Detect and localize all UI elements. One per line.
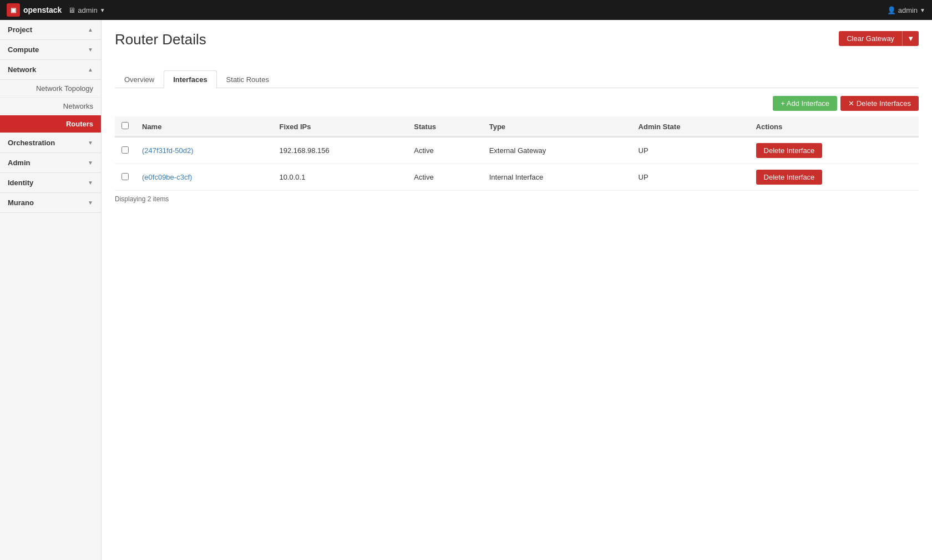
openstack-logo: ▣ openstack (7, 3, 62, 17)
user-chevron: ▼ (920, 7, 925, 13)
sidebar-section-network[interactable]: Network ▲ (0, 60, 101, 80)
row-actions: Delete Interface (749, 137, 919, 164)
topbar: ▣ openstack 🖥 admin ▼ 👤 admin ▼ (0, 0, 932, 20)
table-row: (247f31fd-50d2) 192.168.98.156 Active Ex… (115, 137, 919, 164)
networks-label: Networks (63, 102, 93, 110)
content-area: Router Details Clear Gateway ▼ Overview … (102, 20, 932, 560)
orchestration-chevron: ▼ (88, 140, 93, 146)
row-checkbox (115, 137, 135, 164)
admin-project-chevron: ▼ (100, 7, 105, 13)
page-title: Router Details (115, 31, 206, 48)
project-label: Project (8, 26, 32, 34)
compute-chevron: ▼ (88, 47, 93, 53)
identity-label: Identity (8, 179, 33, 187)
row-checkbox (115, 164, 135, 191)
topbar-left: ▣ openstack 🖥 admin ▼ (7, 3, 105, 17)
main-layout: Project ▲ Compute ▼ Network ▲ Network To… (0, 20, 932, 560)
col-name: Name (135, 116, 272, 137)
row-status: Active (407, 164, 482, 191)
caret-icon: ▼ (907, 34, 914, 43)
user-dropdown[interactable]: 👤 admin ▼ (887, 6, 925, 14)
network-label: Network (8, 65, 36, 74)
logo-text: openstack (23, 6, 62, 14)
admin-project-dropdown[interactable]: 🖥 admin ▼ (68, 6, 105, 14)
interface-link-1[interactable]: (e0fc09be-c3cf) (142, 173, 192, 181)
clear-gateway-button[interactable]: Clear Gateway (839, 31, 902, 46)
tab-static-routes[interactable]: Static Routes (217, 70, 278, 88)
routers-label: Routers (66, 120, 93, 128)
row-select-checkbox-0[interactable] (121, 146, 129, 154)
col-actions: Actions (749, 116, 919, 137)
compute-label: Compute (8, 45, 39, 54)
table-row: (e0fc09be-c3cf) 10.0.0.1 Active Internal… (115, 164, 919, 191)
delete-interface-button-0[interactable]: Delete Interface (756, 143, 823, 158)
user-icon: 👤 (887, 6, 896, 14)
row-name: (247f31fd-50d2) (135, 137, 272, 164)
admin-project-icon: 🖥 (68, 6, 75, 14)
add-interface-button[interactable]: + Add Interface (773, 96, 837, 111)
sidebar-section-admin[interactable]: Admin ▼ (0, 153, 101, 173)
sidebar-item-routers[interactable]: Routers (0, 115, 101, 133)
sidebar-item-network-topology[interactable]: Network Topology (0, 80, 101, 98)
murano-label: Murano (8, 198, 34, 207)
row-admin-state: UP (632, 137, 749, 164)
col-admin-state: Admin State (632, 116, 749, 137)
row-type: External Gateway (483, 137, 632, 164)
sidebar-section-project[interactable]: Project ▲ (0, 20, 101, 40)
tabs: Overview Interfaces Static Routes (115, 70, 919, 88)
logo-icon: ▣ (7, 3, 20, 17)
row-admin-state: UP (632, 164, 749, 191)
table-header: Name Fixed IPs Status Type Admin State (115, 116, 919, 137)
row-select-checkbox-1[interactable] (121, 173, 129, 180)
row-name: (e0fc09be-c3cf) (135, 164, 272, 191)
orchestration-label: Orchestration (8, 139, 55, 147)
admin-label: Admin (8, 159, 30, 167)
sidebar-section-murano[interactable]: Murano ▼ (0, 193, 101, 213)
col-type: Type (483, 116, 632, 137)
table-body: (247f31fd-50d2) 192.168.98.156 Active Ex… (115, 137, 919, 191)
interfaces-toolbar: + Add Interface ✕ Delete Interfaces (115, 96, 919, 111)
murano-chevron: ▼ (88, 200, 93, 206)
admin-chevron: ▼ (88, 160, 93, 166)
delete-interface-button-1[interactable]: Delete Interface (756, 170, 823, 185)
row-fixed-ips: 192.168.98.156 (272, 137, 407, 164)
project-chevron: ▲ (88, 27, 93, 33)
sidebar-section-identity[interactable]: Identity ▼ (0, 173, 101, 193)
identity-chevron: ▼ (88, 180, 93, 186)
displaying-count: Displaying 2 items (115, 191, 919, 207)
interfaces-table: Name Fixed IPs Status Type Admin State (115, 116, 919, 191)
tab-interfaces[interactable]: Interfaces (164, 70, 216, 88)
admin-project-label: admin (78, 6, 97, 14)
sidebar-section-orchestration[interactable]: Orchestration ▼ (0, 133, 101, 153)
sidebar-item-networks[interactable]: Networks (0, 98, 101, 115)
clear-gateway-group: Clear Gateway ▼ (839, 31, 919, 46)
row-status: Active (407, 137, 482, 164)
clear-gateway-caret[interactable]: ▼ (902, 31, 919, 46)
interface-link-0[interactable]: (247f31fd-50d2) (142, 146, 194, 155)
network-topology-label: Network Topology (36, 84, 93, 93)
row-type: Internal Interface (483, 164, 632, 191)
tab-overview[interactable]: Overview (115, 70, 164, 88)
row-actions: Delete Interface (749, 164, 919, 191)
network-chevron: ▲ (88, 67, 93, 73)
select-all-checkbox[interactable] (121, 122, 129, 129)
col-fixed-ips: Fixed IPs (272, 116, 407, 137)
col-status: Status (407, 116, 482, 137)
sidebar: Project ▲ Compute ▼ Network ▲ Network To… (0, 20, 102, 560)
sidebar-section-compute[interactable]: Compute ▼ (0, 40, 101, 60)
header-checkbox-col (115, 116, 135, 137)
user-label: admin (898, 6, 918, 14)
delete-interfaces-button[interactable]: ✕ Delete Interfaces (840, 96, 919, 111)
row-fixed-ips: 10.0.0.1 (272, 164, 407, 191)
